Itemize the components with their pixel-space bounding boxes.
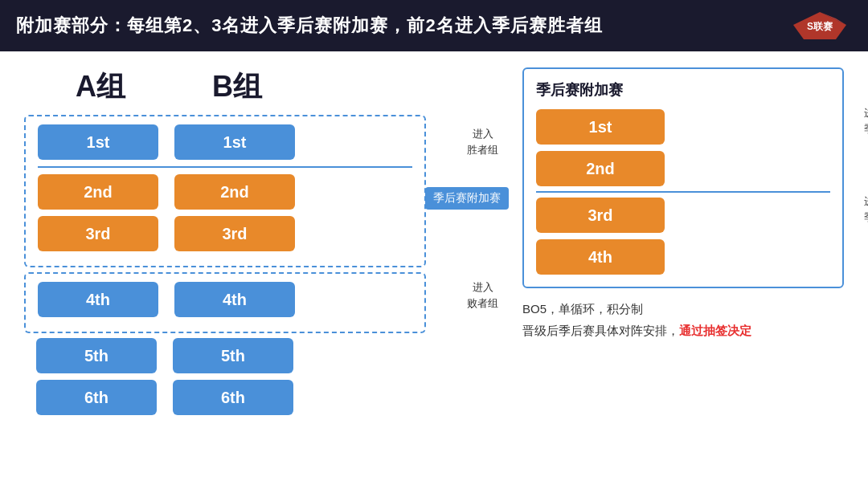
rank5-a-btn[interactable]: 5th [36, 338, 157, 373]
group-a-label: A组 [32, 67, 169, 107]
playoff-right-title: 季后赛附加赛 [536, 80, 830, 100]
svg-text:S联赛: S联赛 [807, 21, 833, 32]
rank3-a-btn[interactable]: 3rd [38, 216, 158, 251]
right-rank4-row: 4th [536, 239, 830, 275]
losers-label: 进入败者组 [467, 281, 498, 309]
rank3-row: 3rd 3rd [38, 216, 412, 251]
right-rank3-row: 3rd 进入季后赛败者组 [536, 198, 830, 233]
main-content: A组 B组 1st 1st 2nd 2nd [0, 51, 868, 489]
rank4-b-btn[interactable]: 4th [174, 282, 295, 317]
losers-annotation: 进入败者组 [467, 279, 498, 311]
right-rank1-row: 1st 进入季后赛胜者组 [536, 109, 830, 145]
left-panel: A组 B组 1st 1st 2nd 2nd [24, 67, 498, 486]
group-b-label: B组 [169, 67, 305, 107]
right-losers-annotation: 进入季后赛败者组 [864, 194, 868, 225]
rank3-b-btn[interactable]: 3rd [174, 216, 295, 251]
header-title: 附加赛部分：每组第2、3名进入季后赛附加赛，前2名进入季后赛胜者组 [16, 14, 603, 38]
right-rank2-row: 2nd [536, 151, 830, 186]
right-rank2-btn[interactable]: 2nd [536, 151, 665, 186]
rank4-a-btn[interactable]: 4th [38, 282, 158, 317]
right-panel: 季后赛附加赛 1st 进入季后赛胜者组 2nd 3rd 进入季后赛败者组 [522, 67, 844, 486]
rank5-b-btn[interactable]: 5th [173, 338, 293, 373]
rank6-b-btn[interactable]: 6th [173, 380, 293, 415]
bracket-wrapper: 1st 1st 2nd 2nd 3rd 3rd 季后赛附加赛 [24, 115, 498, 415]
rank4-row: 4th 4th [38, 282, 412, 317]
logo-icon: S联赛 [792, 10, 848, 41]
rank2-row: 2nd 2nd [38, 174, 412, 210]
rank1-a-btn[interactable]: 1st [38, 124, 158, 160]
rank6-a-btn[interactable]: 6th [36, 380, 157, 415]
footnote-line1: BO5，单循环，积分制 [522, 298, 844, 320]
rank5-row: 5th 5th [36, 338, 414, 373]
right-rank1-btn[interactable]: 1st [536, 109, 665, 145]
rank2-a-btn[interactable]: 2nd [38, 174, 158, 210]
right-rank4-btn[interactable]: 4th [536, 239, 665, 275]
rank2-b-btn[interactable]: 2nd [174, 174, 295, 210]
right-divider [536, 191, 830, 193]
rank1-row: 1st 1st [38, 124, 412, 160]
footnote-line2-prefix: 晋级后季后赛具体对阵安排， [522, 324, 679, 337]
winners-label: 进入胜者组 [467, 128, 498, 156]
playoff-badge-label: 季后赛附加赛 [433, 191, 501, 204]
footnote-line2: 晋级后季后赛具体对阵安排，通过抽签决定 [522, 320, 844, 341]
group-headers: A组 B组 [24, 67, 498, 107]
footnotes: BO5，单循环，积分制 晋级后季后赛具体对阵安排，通过抽签决定 [522, 298, 844, 341]
rank1-b-btn[interactable]: 1st [174, 124, 295, 160]
right-rank3-btn[interactable]: 3rd [536, 198, 665, 233]
playoff-badge: 季后赛附加赛 [425, 187, 509, 210]
bracket-divider [38, 166, 412, 168]
top-bracket-box: 1st 1st 2nd 2nd 3rd 3rd 季后赛附加赛 [24, 115, 426, 267]
rank6-row: 6th 6th [36, 380, 414, 415]
winners-annotation: 进入胜者组 [467, 126, 498, 157]
right-winners-annotation: 进入季后赛胜者组 [864, 105, 868, 137]
outside-rows: 5th 5th 6th 6th [24, 338, 426, 415]
bottom-bracket-box: 4th 4th [24, 272, 426, 333]
footnote-highlight: 通过抽签决定 [679, 324, 751, 337]
header: 附加赛部分：每组第2、3名进入季后赛附加赛，前2名进入季后赛胜者组 S联赛 [0, 0, 868, 51]
header-logo: S联赛 [788, 10, 852, 42]
playoff-right-box: 季后赛附加赛 1st 进入季后赛胜者组 2nd 3rd 进入季后赛败者组 [522, 67, 844, 288]
